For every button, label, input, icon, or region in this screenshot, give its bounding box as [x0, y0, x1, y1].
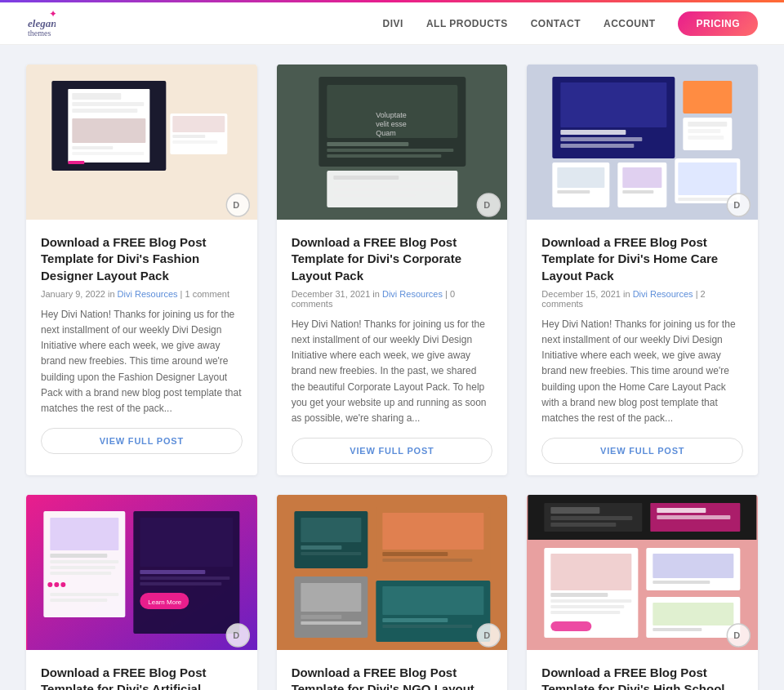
svg-text:themes: themes [28, 29, 51, 38]
card-ngo-title: Download a FREE Blog Post Template for D… [292, 665, 493, 690]
ai-mockup: Learn More D [26, 495, 257, 650]
svg-rect-6 [72, 93, 121, 100]
svg-rect-13 [172, 116, 225, 132]
card-homecare-title: Download a FREE Blog Post Template for D… [541, 234, 743, 284]
svg-rect-10 [72, 146, 113, 149]
svg-rect-93 [382, 618, 448, 622]
card-ngo-body: Download a FREE Blog Post Template for D… [277, 650, 508, 690]
svg-text:velit esse: velit esse [376, 120, 407, 128]
svg-rect-88 [301, 583, 361, 612]
ngo-mockup: D [277, 495, 508, 650]
logo-icon: elegant themes ✦ [26, 9, 56, 38]
svg-rect-70 [140, 518, 233, 567]
card-corporate-meta: December 31, 2021 in Divi Resources | 0 … [292, 289, 493, 309]
card-homecare-image: D [527, 65, 758, 220]
card-ai-title: Download a FREE Blog Post Template for D… [41, 665, 243, 690]
svg-rect-118 [653, 628, 702, 631]
svg-rect-82 [301, 552, 361, 555]
svg-rect-37 [561, 82, 667, 127]
svg-rect-15 [172, 140, 217, 144]
svg-rect-111 [551, 611, 621, 614]
svg-text:Voluptate: Voluptate [376, 111, 407, 119]
card-ai: Learn More D Download a FREE Blog Post T… [26, 495, 257, 690]
svg-rect-44 [688, 129, 721, 133]
svg-rect-8 [72, 109, 137, 113]
fashion-mockup: D [26, 65, 257, 220]
card-fashion-body: Download a FREE Blog Post Template for D… [26, 220, 257, 465]
svg-rect-102 [551, 523, 617, 527]
svg-rect-60 [50, 554, 107, 558]
svg-rect-68 [50, 599, 107, 602]
card-homecare-body: Download a FREE Blog Post Template for D… [527, 220, 758, 475]
highschool-mockup: D [527, 495, 758, 650]
svg-rect-7 [72, 102, 144, 106]
card-corporate-title: Download a FREE Blog Post Template for D… [292, 234, 493, 284]
svg-rect-27 [327, 154, 441, 158]
svg-rect-84 [382, 513, 483, 550]
card-fashion-excerpt: Hey Divi Nation! Thanks for joining us f… [41, 307, 243, 416]
svg-rect-72 [140, 576, 229, 580]
svg-rect-53 [679, 162, 737, 195]
svg-text:Learn More: Learn More [148, 599, 181, 606]
nav-contact[interactable]: CONTACT [531, 18, 581, 29]
svg-rect-92 [382, 586, 483, 615]
svg-rect-104 [657, 508, 706, 513]
svg-point-65 [54, 582, 59, 587]
svg-rect-115 [653, 581, 710, 584]
card-fashion-meta: January 9, 2022 in Divi Resources | 1 co… [41, 289, 243, 299]
svg-rect-107 [551, 554, 632, 590]
card-homecare-view-btn[interactable]: View Full Post [541, 438, 743, 464]
nav-all-products[interactable]: ALL PRODUCTS [426, 18, 508, 29]
svg-text:D: D [483, 630, 490, 640]
svg-text:✦: ✦ [49, 9, 56, 20]
corporate-mockup: Voluptate velit esse Quam D [277, 65, 508, 220]
svg-rect-51 [623, 190, 654, 194]
pricing-button[interactable]: Pricing [678, 11, 758, 36]
svg-rect-41 [684, 81, 733, 114]
svg-rect-14 [172, 135, 205, 138]
card-homecare: D Download a FREE Blog Post Template for… [527, 65, 758, 475]
card-highschool: D Download a FREE Blog Post Template for… [527, 495, 758, 690]
main-content: D Download a FREE Blog Post Template for… [0, 45, 784, 690]
card-homecare-meta: December 15, 2021 in Divi Resources | 2 … [541, 289, 743, 309]
card-corporate-excerpt: Hey Divi Nation! Thanks for joining us f… [292, 317, 493, 426]
svg-rect-30 [333, 182, 452, 185]
card-fashion: D Download a FREE Blog Post Template for… [26, 65, 257, 475]
svg-rect-108 [551, 593, 608, 597]
nav-links: DIVI ALL PRODUCTS CONTACT ACCOUNT Pricin… [383, 11, 758, 36]
svg-rect-94 [382, 625, 472, 628]
svg-rect-67 [50, 593, 118, 596]
card-fashion-category[interactable]: Divi Resources [118, 289, 178, 299]
card-corporate: Voluptate velit esse Quam D [277, 65, 508, 475]
svg-point-64 [47, 582, 52, 587]
svg-rect-61 [50, 560, 118, 563]
svg-rect-114 [653, 554, 734, 578]
svg-rect-43 [688, 122, 728, 127]
svg-point-66 [60, 582, 65, 587]
svg-rect-9 [72, 118, 145, 143]
card-homecare-category[interactable]: Divi Resources [633, 289, 693, 299]
card-corporate-view-btn[interactable]: View Full Post [292, 438, 493, 464]
card-corporate-category[interactable]: Divi Resources [382, 289, 443, 299]
svg-rect-85 [382, 552, 448, 556]
card-fashion-view-btn[interactable]: View Full Post [41, 428, 243, 454]
svg-rect-45 [688, 136, 724, 140]
card-highschool-title: Download a FREE Blog Post Template for D… [541, 665, 743, 690]
svg-rect-40 [561, 144, 635, 148]
svg-rect-110 [551, 605, 625, 608]
nav-account[interactable]: ACCOUNT [604, 18, 656, 29]
card-highschool-body: Download a FREE Blog Post Template for D… [527, 650, 758, 690]
nav-divi[interactable]: DIVI [383, 18, 403, 29]
svg-rect-50 [623, 167, 662, 188]
card-corporate-image: Voluptate velit esse Quam D [277, 65, 508, 220]
svg-rect-11 [72, 152, 144, 155]
card-fashion-image: D [26, 65, 257, 220]
svg-rect-39 [561, 137, 643, 141]
logo[interactable]: elegant themes ✦ [26, 9, 56, 38]
svg-rect-62 [50, 566, 115, 569]
svg-rect-26 [327, 149, 453, 152]
svg-rect-86 [382, 559, 472, 562]
svg-rect-81 [301, 545, 341, 550]
card-ngo: D Download a FREE Blog Post Template for… [277, 495, 508, 690]
svg-rect-117 [653, 603, 734, 625]
